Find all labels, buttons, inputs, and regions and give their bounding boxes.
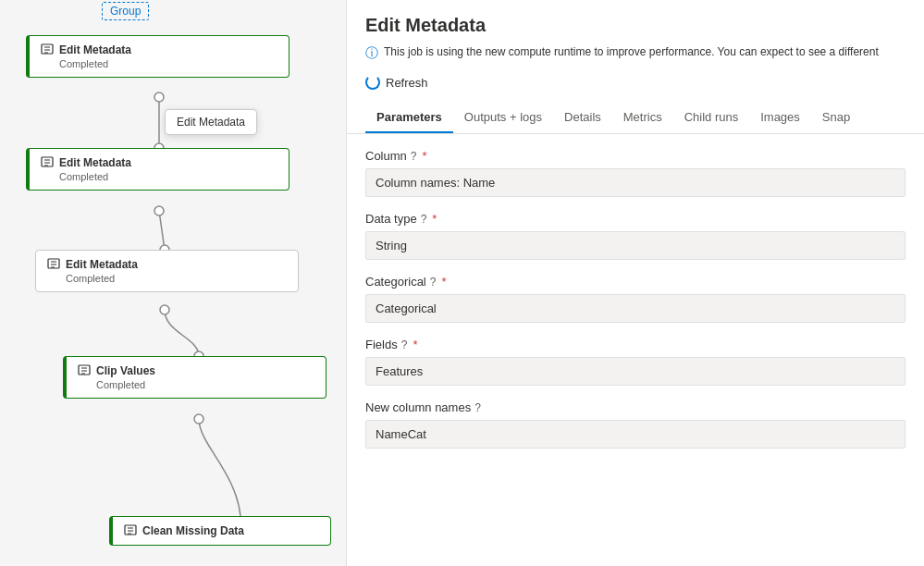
tab-child-runs[interactable]: Child runs [673,103,750,133]
field-group-data-type: Data type ? * String [365,212,906,260]
field-group-fields: Fields ? * Features [365,338,906,386]
refresh-label: Refresh [386,76,428,90]
tab-images[interactable]: Images [749,103,811,133]
field-group-new-column-names: New column names ? NameCat [365,400,906,449]
svg-point-6 [160,305,169,314]
detail-panel: Edit Metadata ⓘ This job is using the ne… [347,0,924,566]
node-edit-metadata-1[interactable]: Edit Metadata Completed [26,35,290,78]
module-icon-5 [124,524,137,537]
pipeline-canvas: Group [0,0,346,566]
field-label-data-type: Data type ? * [365,212,906,226]
categorical-help-icon[interactable]: ? [430,276,437,289]
field-value-new-column-names: NameCat [365,420,906,449]
tab-parameters[interactable]: Parameters [365,103,453,133]
refresh-icon [365,75,380,90]
node-tooltip: Edit Metadata [165,109,257,135]
data-type-help-icon[interactable]: ? [421,213,427,226]
field-label-new-column-names: New column names ? [365,400,906,414]
field-label-column: Column ? * [365,149,906,163]
column-required: * [422,149,426,163]
field-group-column: Column ? * Column names: Name [365,149,906,197]
new-column-names-help-icon[interactable]: ? [474,401,481,414]
fields-help-icon[interactable]: ? [401,338,408,351]
categorical-required: * [441,275,446,289]
module-icon-2 [41,156,54,169]
svg-point-2 [154,92,164,102]
svg-point-8 [194,414,203,424]
node-status-3: Completed [66,273,287,284]
node-status-1: Completed [59,58,277,69]
svg-point-4 [154,206,164,215]
pipeline-panel: Group [0,0,347,566]
column-help-icon[interactable]: ? [411,150,417,163]
field-value-fields: Features [365,357,906,386]
node-status-2: Completed [59,171,277,182]
node-clean-missing-data[interactable]: Clean Missing Data [109,516,331,546]
field-group-categorical: Categorical ? * Categorical [365,275,906,323]
module-icon-3 [47,258,60,271]
node-title-2: Edit Metadata [41,156,277,169]
module-icon-4 [78,364,91,377]
page-title: Edit Metadata [365,15,906,36]
info-banner: ⓘ This job is using the new compute runt… [365,45,906,62]
node-clip-values[interactable]: Clip Values Completed [63,356,326,399]
field-label-fields: Fields ? * [365,338,906,351]
tab-details[interactable]: Details [553,103,612,133]
fields-required: * [413,338,417,351]
node-title-5: Clean Missing Data [124,524,319,537]
data-type-required: * [432,212,437,226]
node-title-3: Edit Metadata [47,258,287,271]
node-edit-metadata-3[interactable]: Edit Metadata Completed [35,250,299,292]
tab-metrics[interactable]: Metrics [612,103,673,133]
tab-outputs-logs[interactable]: Outputs + logs [453,103,553,133]
module-icon [41,43,54,56]
field-value-data-type: String [365,231,906,260]
info-icon: ⓘ [365,45,378,62]
field-value-categorical: Categorical [365,294,906,323]
panel-header: Edit Metadata ⓘ This job is using the ne… [347,0,924,103]
node-status-4: Completed [96,379,314,390]
svg-line-1 [159,211,165,250]
info-text: This job is using the new compute runtim… [384,45,879,58]
field-label-categorical: Categorical ? * [365,275,906,289]
node-edit-metadata-2[interactable]: Edit Metadata Completed [26,148,290,191]
field-value-column: Column names: Name [365,168,906,197]
parameters-content: Column ? * Column names: Name Data type … [347,134,924,566]
node-title-1: Edit Metadata [41,43,277,56]
tab-snap[interactable]: Snap [811,103,861,133]
refresh-button[interactable]: Refresh [365,71,428,93]
node-title-4: Clip Values [78,364,314,377]
group-label: Group [102,2,149,20]
tabs-bar: Parameters Outputs + logs Details Metric… [347,103,924,134]
